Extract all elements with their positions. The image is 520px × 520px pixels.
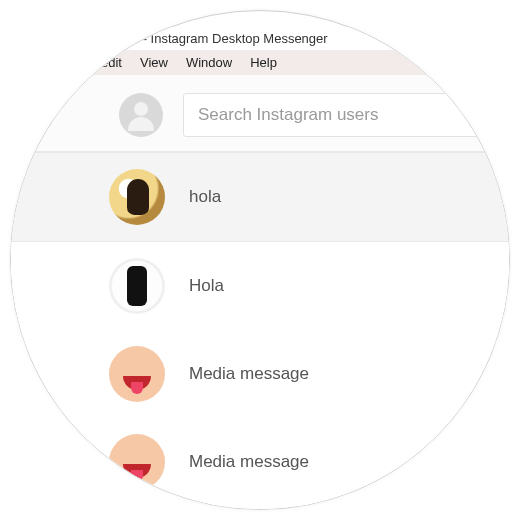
avatar-icon [109,258,165,314]
window-title: um - Instagram Desktop Messenger [121,31,328,46]
search-input[interactable] [183,93,489,137]
menu-view[interactable]: View [140,55,168,70]
conversation-label: Media message [189,364,309,384]
avatar-icon [109,434,165,490]
menu-edit[interactable]: edit [101,55,122,70]
conversation-label: Media message [189,452,309,472]
menu-window[interactable]: Window [186,55,232,70]
conversation-label: Hola [189,276,224,296]
window-titlebar: um - Instagram Desktop Messenger [11,27,509,51]
menu-bar: edit View Window Help [11,51,509,75]
conversation-item[interactable]: Hola [11,242,509,330]
app-window: um - Instagram Desktop Messenger edit Vi… [11,27,509,509]
avatar-icon [109,346,165,402]
conversation-item[interactable]: hola [11,152,509,242]
conversation-list: hola Hola Media message Media message [11,152,509,509]
conversation-item[interactable]: Media message [11,418,509,506]
search-row [11,75,509,152]
avatar-icon [109,169,165,225]
current-user-avatar-icon[interactable] [119,93,163,137]
conversation-label: hola [189,187,221,207]
conversation-item[interactable]: Media message [11,330,509,418]
menu-help[interactable]: Help [250,55,277,70]
